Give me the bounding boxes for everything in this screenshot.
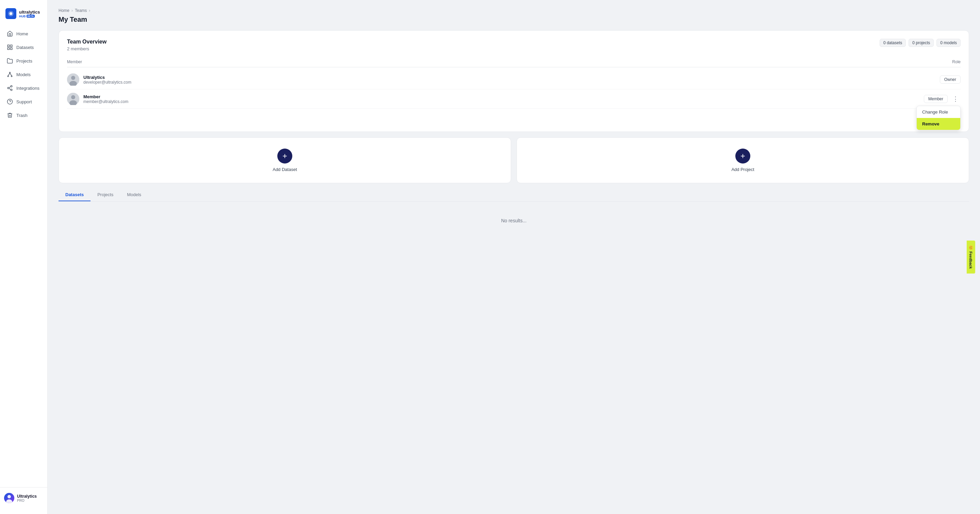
sidebar-item-projects-label: Projects [16,59,32,63]
beta-badge: BETA [27,14,35,17]
change-role-item[interactable]: Change Role [917,106,960,118]
stat-datasets: 0 datasets [880,39,906,47]
team-overview-left: Team Overview 2 members [67,39,107,51]
logo-name: ultralytics [19,10,40,14]
member-role-area-2: Member ⋮ Change Role Remove [924,95,961,103]
add-dataset-label: Add Dataset [272,167,297,172]
invite-row: Invite [67,109,961,124]
tab-datasets[interactable]: Datasets [59,189,91,201]
tab-projects[interactable]: Projects [91,189,120,201]
member-row-2: Member member@ultralytics.com Member ⋮ C… [67,89,961,109]
stat-badges: 0 datasets 0 projects 0 models [880,39,961,47]
breadcrumb-home[interactable]: Home [59,8,69,13]
members-table: Member Role Ultralytics developer [67,57,961,109]
breadcrumb-sep-2: › [89,8,90,13]
sidebar-item-trash-label: Trash [16,113,27,118]
svg-point-6 [10,72,11,73]
member-details-2: Member member@ultralytics.com [83,94,128,104]
svg-point-22 [71,76,75,80]
svg-point-11 [11,86,12,87]
svg-rect-2 [8,45,9,47]
member-avatar-1 [67,73,79,86]
breadcrumb-sep-1: › [72,8,73,13]
user-details: Ultralytics PRO [17,494,37,503]
add-project-card[interactable]: + Add Project [517,137,969,183]
svg-rect-5 [11,48,12,50]
breadcrumb-teams[interactable]: Teams [75,8,87,13]
member-email-1: developer@ultralytics.com [83,80,131,85]
projects-icon [7,58,13,64]
sidebar: ultralytics HUB BETA Home Datasets Pr [0,0,48,514]
role-badge-1: Owner [940,76,961,84]
sidebar-item-support[interactable]: Support [3,95,45,108]
member-role-area-1: Owner [940,76,961,84]
sidebar-item-integrations[interactable]: Integrations [3,82,45,95]
user-plan: PRO [17,499,37,503]
user-name: Ultralytics [17,494,37,499]
add-dataset-card[interactable]: + Add Dataset [59,137,511,183]
sidebar-footer: Ultralytics PRO [0,487,47,509]
member-name-2: Member [83,94,128,99]
svg-point-12 [8,87,9,89]
page-title: My Team [59,16,969,24]
add-cards-row: + Add Dataset + Add Project [59,137,969,183]
sidebar-item-datasets[interactable]: Datasets [3,41,45,54]
member-details-1: Ultralytics developer@ultralytics.com [83,75,131,85]
avatar [4,493,14,503]
sidebar-item-datasets-label: Datasets [16,45,34,50]
home-icon [7,30,13,37]
team-overview-title: Team Overview [67,39,107,45]
models-icon [7,71,13,78]
datasets-icon [7,44,13,50]
members-count: 2 members [67,46,107,51]
logo-icon [5,8,16,19]
stat-models: 0 models [937,39,961,47]
stat-projects: 0 projects [908,39,934,47]
sidebar-item-models[interactable]: Models [3,68,45,81]
sidebar-item-trash[interactable]: Trash [3,109,45,122]
svg-point-13 [11,89,12,91]
sidebar-item-home-label: Home [16,31,28,36]
member-dropdown-menu: Change Role Remove [916,106,961,130]
member-row-1: Ultralytics developer@ultralytics.com Ow… [67,70,961,89]
member-info-1: Ultralytics developer@ultralytics.com [67,73,131,86]
nav-menu: Home Datasets Projects Models [0,27,47,487]
col-role: Role [952,59,961,64]
svg-rect-4 [8,48,9,50]
support-icon [7,98,13,105]
sidebar-item-models-label: Models [16,72,30,77]
remove-item[interactable]: Remove [917,118,960,130]
user-info: Ultralytics PRO [4,493,43,503]
tab-models[interactable]: Models [120,189,148,201]
svg-rect-3 [11,45,12,47]
add-project-label: Add Project [731,167,754,172]
sidebar-item-integrations-label: Integrations [16,86,40,91]
main-content: Home › Teams › My Team Team Overview 2 m… [48,0,980,514]
sidebar-item-home[interactable]: Home [3,27,45,40]
feedback-button[interactable]: 😊 Feedback [967,241,975,274]
logo-sub: HUB BETA [19,14,40,18]
svg-point-19 [8,495,11,498]
sidebar-item-support-label: Support [16,99,32,105]
logo-text: ultralytics HUB BETA [19,10,40,18]
role-badge-2: Member [924,95,948,103]
feedback-label: Feedback [969,252,973,269]
tabs-bar: Datasets Projects Models [59,189,969,201]
svg-line-9 [8,73,10,76]
sidebar-item-projects[interactable]: Projects [3,54,45,67]
svg-point-8 [11,76,12,77]
feedback-icon: 😊 [969,246,973,250]
member-avatar-2 [67,93,79,105]
col-member: Member [67,59,82,64]
team-overview-card: Team Overview 2 members 0 datasets 0 pro… [59,30,969,132]
breadcrumb: Home › Teams › [59,8,969,13]
table-header: Member Role [67,57,961,67]
team-overview-header: Team Overview 2 members 0 datasets 0 pro… [67,39,961,51]
no-results: No results... [59,207,969,234]
add-project-icon: + [735,149,750,163]
member-email-2: member@ultralytics.com [83,99,128,104]
svg-point-1 [10,12,12,15]
member-actions-button[interactable]: ⋮ [950,95,961,103]
svg-line-14 [9,88,11,89]
member-info-2: Member member@ultralytics.com [67,93,128,105]
